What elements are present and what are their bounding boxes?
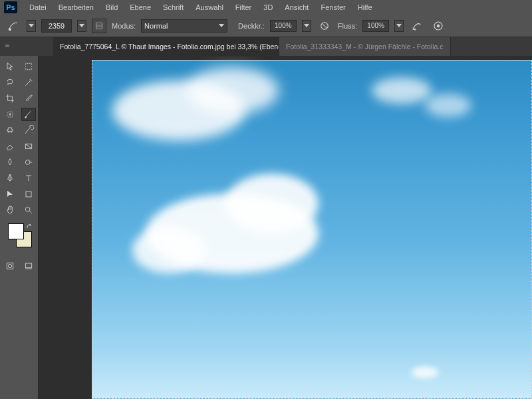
document-tab-inactive[interactable]: Fotolia_31333343_M - © Jürgen Fälchle - … <box>279 37 451 56</box>
svg-point-4 <box>414 29 416 30</box>
quick-mask-tool[interactable] <box>3 259 17 273</box>
menu-3d[interactable]: 3D <box>258 2 278 13</box>
flow-value: 100% <box>367 22 384 29</box>
svg-point-3 <box>413 28 414 29</box>
menu-bar: Ps Datei Bearbeiten Bild Ebene Schrift A… <box>0 0 532 15</box>
blend-mode-value: Normal <box>144 22 168 30</box>
healing-brush-tool[interactable] <box>3 108 17 121</box>
opacity-dropdown[interactable] <box>302 20 311 32</box>
cloud-shape <box>186 67 279 114</box>
pen-tool[interactable] <box>3 172 17 185</box>
svg-rect-1 <box>96 23 102 29</box>
opacity-value: 100% <box>275 22 292 29</box>
menu-filter[interactable]: Filter <box>230 2 257 13</box>
document-tab-label: Fotolia_7775064_L © Thaut Images - Fotol… <box>60 43 279 51</box>
tab-spacer <box>15 37 53 56</box>
flow-label: Fluss: <box>338 22 357 30</box>
document-canvas[interactable] <box>92 60 532 399</box>
crop-tool[interactable] <box>3 92 17 105</box>
color-swatches <box>3 223 35 250</box>
clone-stamp-tool[interactable] <box>3 124 17 137</box>
svg-point-12 <box>25 207 30 211</box>
menu-edit[interactable]: Bearbeiten <box>53 2 99 13</box>
svg-point-6 <box>437 24 440 27</box>
svg-rect-7 <box>25 63 31 69</box>
menu-select[interactable]: Auswahl <box>190 2 229 13</box>
panel-collapse-handle[interactable] <box>0 37 15 56</box>
zoom-tool[interactable] <box>21 203 36 217</box>
svg-point-14 <box>8 264 11 267</box>
brush-size-value: 2359 <box>49 22 65 30</box>
menu-file[interactable]: Datei <box>24 2 52 13</box>
document-tab-label: Fotolia_31333343_M - © Jürgen Fälchle - … <box>286 43 444 51</box>
blend-mode-select[interactable]: Normal <box>141 19 227 33</box>
document-tab-active[interactable]: Fotolia_7775064_L © Thaut Images - Fotol… <box>53 37 279 56</box>
brush-tool[interactable] <box>21 108 36 121</box>
cloud-shape <box>132 227 205 273</box>
menu-view[interactable]: Ansicht <box>279 2 314 13</box>
menu-image[interactable]: Bild <box>100 2 123 13</box>
mode-label: Modus: <box>112 22 136 30</box>
menu-help[interactable]: Hilfe <box>352 2 378 13</box>
menu-window[interactable]: Fenster <box>315 2 350 13</box>
toolbox <box>0 56 39 399</box>
cloud-shape <box>225 174 319 233</box>
opacity-label: Deckkr.: <box>238 22 265 30</box>
path-selection-tool[interactable] <box>3 188 17 201</box>
workspace <box>0 56 532 399</box>
brush-size-field[interactable]: 2359 <box>41 19 72 33</box>
canvas-gutter <box>39 56 92 399</box>
shape-tool[interactable] <box>21 188 36 201</box>
foreground-color-swatch[interactable] <box>8 223 24 239</box>
marquee-tool[interactable] <box>21 60 36 73</box>
history-brush-tool[interactable] <box>21 124 36 137</box>
swap-colors-icon[interactable] <box>26 223 33 230</box>
svg-rect-11 <box>26 192 31 197</box>
brush-preset-icon[interactable] <box>5 18 21 34</box>
magic-wand-tool[interactable] <box>21 76 36 89</box>
svg-rect-15 <box>25 263 31 268</box>
menu-type[interactable]: Schrift <box>158 2 189 13</box>
move-tool[interactable] <box>3 60 17 73</box>
opacity-field[interactable]: 100% <box>270 20 297 32</box>
toggle-brush-panel-button[interactable] <box>92 19 106 33</box>
gradient-tool[interactable] <box>21 140 36 153</box>
svg-rect-13 <box>7 263 13 269</box>
cloud-shape <box>425 94 471 117</box>
airbrush-icon[interactable] <box>409 18 425 34</box>
type-tool[interactable] <box>21 172 36 185</box>
eraser-tool[interactable] <box>3 140 17 153</box>
svg-point-10 <box>25 160 30 165</box>
document-tab-strip: Fotolia_7775064_L © Thaut Images - Fotol… <box>0 37 532 56</box>
cloud-shape <box>372 77 432 104</box>
pressure-opacity-icon[interactable] <box>317 18 332 34</box>
canvas-area[interactable] <box>92 56 532 399</box>
flow-field[interactable]: 100% <box>362 20 389 32</box>
cloud-shape <box>412 366 438 378</box>
brush-preset-dropdown[interactable] <box>27 20 36 32</box>
svg-point-0 <box>9 28 11 30</box>
eyedropper-tool[interactable] <box>21 92 36 105</box>
options-bar: 2359 Modus: Normal Deckkr.: 100% Fluss: … <box>0 15 532 37</box>
blur-tool[interactable] <box>3 156 17 169</box>
menu-layer[interactable]: Ebene <box>124 2 156 13</box>
brush-size-dropdown[interactable] <box>77 20 86 32</box>
screen-mode-tool[interactable] <box>21 259 36 273</box>
flow-dropdown[interactable] <box>394 20 404 32</box>
app-logo: Ps <box>4 1 17 13</box>
hand-tool[interactable] <box>3 203 17 217</box>
lasso-tool[interactable] <box>3 76 17 89</box>
pressure-size-icon[interactable] <box>430 18 446 34</box>
dodge-tool[interactable] <box>21 156 36 169</box>
